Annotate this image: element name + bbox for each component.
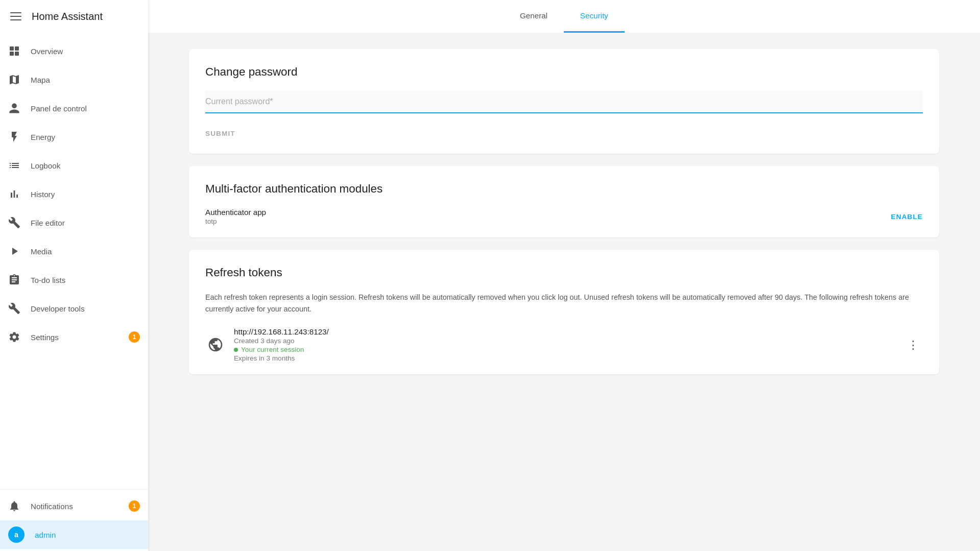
sidebar-item-user[interactable]: a admin [0, 520, 148, 549]
sidebar-item-label: Mapa [31, 76, 140, 84]
change-password-card: Change password SUBMIT [189, 49, 939, 154]
sidebar-item-label: History [31, 190, 140, 199]
sidebar-item-label: Settings [31, 333, 118, 342]
sidebar-item-overview[interactable]: Overview [0, 37, 148, 65]
svg-rect-2 [10, 52, 14, 56]
submit-button[interactable]: SUBMIT [205, 126, 235, 141]
svg-rect-1 [15, 46, 19, 51]
sidebar-item-label: Developer tools [31, 304, 140, 313]
wrench-icon [8, 217, 20, 229]
sidebar-item-notifications[interactable]: Notifications 1 [0, 492, 148, 520]
sidebar-item-todo-lists[interactable]: To-do lists [0, 266, 148, 294]
sidebar-item-label: Media [31, 247, 140, 256]
change-password-title: Change password [205, 65, 923, 79]
token-created: Created 3 days ago [234, 337, 895, 345]
sidebar-item-label: Energy [31, 133, 140, 141]
grid-icon [8, 45, 20, 57]
refresh-tokens-card: Refresh tokens Each refresh token repres… [189, 250, 939, 374]
notifications-badge: 1 [129, 500, 140, 512]
clipboard-icon [8, 274, 20, 286]
refresh-tokens-title: Refresh tokens [205, 266, 923, 279]
sidebar-header: Home Assistant [0, 0, 148, 33]
token-info: http://192.168.11.243:8123/ Created 3 da… [234, 327, 895, 362]
mfa-name: Authenticator app [205, 208, 266, 217]
sidebar-item-label: Notifications [31, 502, 118, 511]
current-password-input[interactable] [205, 91, 923, 112]
sidebar-item-label: To-do lists [31, 276, 140, 284]
list-icon [8, 159, 20, 172]
sidebar-item-file-editor[interactable]: File editor [0, 208, 148, 237]
svg-rect-0 [10, 46, 14, 51]
sidebar-item-panel-de-control[interactable]: Panel de control [0, 94, 148, 123]
token-expires: Expires in 3 months [234, 354, 895, 362]
sidebar: Home Assistant Overview Mapa [0, 0, 148, 551]
content-area: Change password SUBMIT Multi-factor auth… [148, 33, 980, 551]
sidebar-item-history[interactable]: History [0, 180, 148, 208]
sidebar-item-media[interactable]: Media [0, 237, 148, 266]
sidebar-item-mapa[interactable]: Mapa [0, 65, 148, 94]
enable-mfa-button[interactable]: ENABLE [891, 213, 923, 221]
sidebar-item-label: Logbook [31, 161, 140, 170]
token-menu-button[interactable]: ⋮ [903, 336, 923, 354]
bar-chart-icon [8, 188, 20, 200]
gear-icon [8, 331, 20, 343]
sidebar-item-label: Panel de control [31, 104, 140, 113]
sidebar-item-label: Overview [31, 47, 140, 56]
globe-icon [205, 334, 226, 355]
tab-security[interactable]: Security [564, 0, 625, 33]
token-current-session: Your current session [234, 346, 895, 353]
refresh-tokens-description: Each refresh token represents a login se… [205, 292, 923, 315]
dev-icon [8, 302, 20, 315]
token-row: http://192.168.11.243:8123/ Created 3 da… [205, 327, 923, 362]
mfa-row: Authenticator app totp ENABLE [205, 208, 923, 225]
settings-badge: 1 [129, 331, 140, 343]
mfa-type: totp [205, 218, 266, 225]
bolt-icon [8, 131, 20, 143]
avatar: a [8, 526, 25, 543]
app-title: Home Assistant [32, 11, 103, 22]
svg-rect-3 [15, 52, 19, 56]
sidebar-item-developer-tools[interactable]: Developer tools [0, 294, 148, 323]
menu-icon[interactable] [8, 10, 23, 22]
token-url: http://192.168.11.243:8123/ [234, 327, 895, 336]
map-icon [8, 74, 20, 86]
password-input-wrapper [205, 91, 923, 113]
person-icon [8, 102, 20, 114]
mfa-info: Authenticator app totp [205, 208, 266, 225]
sidebar-item-settings[interactable]: Settings 1 [0, 323, 148, 351]
mfa-card: Multi-factor authentication modules Auth… [189, 166, 939, 237]
sidebar-nav: Overview Mapa Panel de control [0, 33, 148, 489]
bell-icon [8, 500, 20, 512]
sidebar-item-label: File editor [31, 219, 140, 227]
tab-general[interactable]: General [504, 0, 564, 33]
main-content: General Security Change password SUBMIT … [148, 0, 980, 551]
user-name: admin [35, 531, 56, 539]
top-tabs: General Security [148, 0, 980, 33]
play-icon [8, 245, 20, 257]
sidebar-item-energy[interactable]: Energy [0, 123, 148, 151]
sidebar-item-logbook[interactable]: Logbook [0, 151, 148, 180]
mfa-title: Multi-factor authentication modules [205, 182, 923, 196]
sidebar-bottom: Notifications 1 a admin [0, 489, 148, 551]
